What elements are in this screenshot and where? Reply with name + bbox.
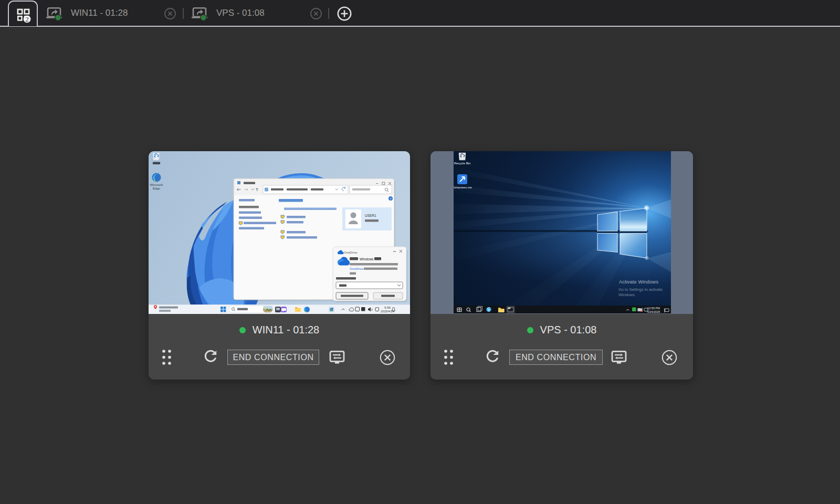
svg-text:Getscreen.me: Getscreen.me xyxy=(454,186,472,189)
svg-text:Recycle Bin: Recycle Bin xyxy=(454,162,471,165)
svg-text:USER1: USER1 xyxy=(365,214,376,217)
svg-text:Microsoft: Microsoft xyxy=(150,183,163,186)
svg-text:Windows.: Windows. xyxy=(618,292,636,297)
svg-text:2: 2 xyxy=(25,15,29,23)
svg-text:Windows: Windows xyxy=(360,257,374,261)
svg-text:OneDrive: OneDrive xyxy=(350,267,364,270)
svg-text:Edge: Edge xyxy=(153,187,161,190)
svg-text:5:59: 5:59 xyxy=(384,306,390,309)
svg-text:4/24/2025: 4/24/2025 xyxy=(647,310,660,313)
svg-text:OneDrive: OneDrive xyxy=(344,251,358,254)
svg-text:Activate Windows: Activate Windows xyxy=(619,279,658,285)
svg-text:e: e xyxy=(488,308,490,312)
svg-text:12:55 PM: 12:55 PM xyxy=(647,307,660,310)
svg-text:Go to Settings to activate: Go to Settings to activate xyxy=(618,287,663,292)
